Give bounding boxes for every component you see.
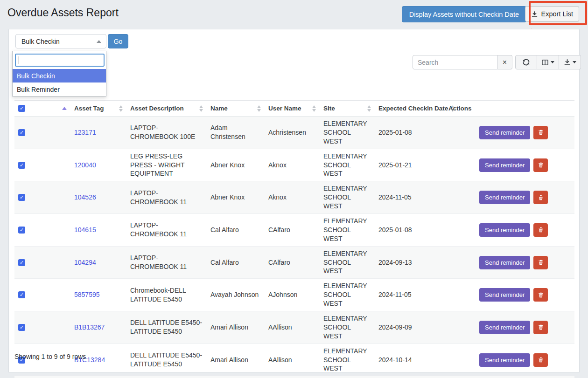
- row-checkbox[interactable]: ✓: [18, 324, 25, 331]
- blank-cell: [28, 149, 70, 181]
- delete-button[interactable]: [533, 158, 548, 172]
- asset-tag-link[interactable]: 104615: [74, 226, 96, 234]
- expected-checkin-date-cell: 2025-01-23: [375, 376, 445, 378]
- send-reminder-button[interactable]: Send reminder: [479, 353, 530, 367]
- sort-ascending-icon: [62, 107, 67, 110]
- row-checkbox[interactable]: ✓: [18, 291, 25, 298]
- chevron-down-icon: [573, 61, 576, 63]
- user-name-cell: CAlfaro: [265, 214, 320, 247]
- expected-checkin-date-cell: 2024-11-05: [375, 181, 445, 214]
- asset-tag-link[interactable]: 5857595: [74, 291, 100, 298]
- table-row: ✓ 104615 LAPTOP-CHROMEBOOK 11 Cal Alfaro…: [14, 214, 574, 247]
- table-header-row: ✓ Asset Tag Asset Description Name: [14, 101, 574, 117]
- site-cell: ELEMENTARY SCHOOL WEST: [320, 149, 375, 181]
- export-list-button[interactable]: Export List: [525, 6, 580, 22]
- name-cell: Amari Allison: [207, 344, 265, 376]
- expected-checkin-date-cell: 2024-09-09: [375, 311, 445, 344]
- asset-description-cell: LAPTOP-CHROMEBOOK 11: [126, 214, 207, 247]
- sort-icon: [257, 105, 261, 112]
- chevron-up-icon: [97, 40, 101, 43]
- blank-cell: [28, 246, 70, 279]
- trash-icon: [538, 227, 544, 233]
- asset-tag-link[interactable]: 104526: [74, 193, 96, 201]
- bulk-action-select[interactable]: Bulk Checkin: [15, 34, 106, 48]
- send-reminder-button[interactable]: Send reminder: [479, 191, 530, 204]
- expected-checkin-date-cell: 2025-01-21: [375, 149, 445, 181]
- send-reminder-button[interactable]: Send reminder: [479, 256, 530, 269]
- name-cell: Amari Allison: [207, 311, 265, 344]
- expected-checkin-date-cell: 2024-09-13: [375, 246, 445, 279]
- expected-checkin-date-cell: 2024-10-14: [375, 344, 445, 376]
- expected-checkin-date-cell: 2025-01-08: [375, 214, 445, 247]
- user-name-cell: AAllison: [265, 311, 320, 344]
- send-reminder-button[interactable]: Send reminder: [479, 321, 530, 334]
- actions-cell: Send reminder: [448, 353, 571, 367]
- site-cell: ELEMENTARY SCHOOL WEST: [320, 246, 375, 279]
- header-site[interactable]: Site: [320, 101, 375, 117]
- header-asset-tag[interactable]: Asset Tag: [70, 101, 126, 117]
- export-table-button[interactable]: [559, 55, 581, 69]
- columns-toggle-button[interactable]: [537, 55, 559, 69]
- select-all-checkbox[interactable]: ✓: [18, 105, 25, 112]
- sort-icon: [119, 105, 123, 112]
- trash-icon: [538, 357, 544, 363]
- asset-tag-link[interactable]: 123171: [74, 129, 96, 136]
- sort-icon: [312, 105, 316, 112]
- actions-cell: Send reminder: [448, 158, 571, 172]
- delete-button[interactable]: [533, 288, 548, 302]
- dropdown-option-bulk-checkin[interactable]: Bulk Checkin: [13, 69, 106, 82]
- row-checkbox[interactable]: ✓: [18, 259, 25, 266]
- row-checkbox[interactable]: ✓: [18, 227, 25, 234]
- site-cell: HIGH SCHOOL WEST: [320, 376, 375, 378]
- actions-cell: Send reminder: [448, 321, 571, 334]
- bulk-action-dropdown-panel: Bulk Checkin Bulk Reminder: [12, 51, 106, 96]
- asset-description-cell: DELL LATITUDE E5450-LATITUDE E5450: [126, 311, 207, 344]
- trash-icon: [538, 292, 544, 298]
- name-cell: Abner Knox: [207, 181, 265, 214]
- user-name-cell: CAlfaro: [265, 246, 320, 279]
- display-assets-without-checkin-button[interactable]: Display Assets without Checkin Date: [402, 6, 526, 22]
- asset-tag-link[interactable]: 104294: [74, 259, 96, 266]
- table-summary: Showing 1 to 9 of 9 rows: [14, 353, 86, 360]
- site-cell: ELEMENTARY SCHOOL WEST: [320, 344, 375, 376]
- asset-tag-link[interactable]: 120040: [74, 161, 96, 169]
- header-name[interactable]: Name: [207, 101, 265, 117]
- blank-cell: [28, 214, 70, 247]
- name-cell: Cal Alfaro: [207, 214, 265, 247]
- actions-cell: Send reminder: [448, 126, 571, 139]
- site-cell: ELEMENTARY SCHOOL WEST: [320, 214, 375, 247]
- row-checkbox[interactable]: ✓: [18, 129, 25, 136]
- text-cursor: [19, 56, 19, 64]
- header-user-name[interactable]: User Name: [265, 101, 320, 117]
- dropdown-option-bulk-reminder[interactable]: Bulk Reminder: [13, 82, 106, 96]
- site-cell: ELEMENTARY SCHOOL WEST: [320, 181, 375, 214]
- header-asset-description[interactable]: Asset Description: [126, 101, 207, 117]
- delete-button[interactable]: [533, 126, 548, 139]
- send-reminder-button[interactable]: Send reminder: [479, 288, 530, 302]
- send-reminder-button[interactable]: Send reminder: [479, 223, 530, 237]
- table-body: ✓ 123171 LAPTOP-CHROMEBOOK 100E Adam Chr…: [14, 117, 574, 378]
- header-sorted-column[interactable]: [28, 101, 70, 117]
- row-checkbox[interactable]: ✓: [18, 194, 25, 201]
- delete-button[interactable]: [533, 191, 548, 204]
- dropdown-search-input[interactable]: [15, 54, 105, 67]
- refresh-button[interactable]: [515, 55, 537, 69]
- table-row: ✓ B1C13284 DELL LATITUDE E5450-LATITUDE …: [14, 344, 574, 376]
- trash-icon: [538, 162, 544, 168]
- delete-button[interactable]: [533, 321, 548, 334]
- header-expected-checkin-date[interactable]: Expected Checkin Date: [375, 101, 445, 117]
- blank-cell: [28, 117, 70, 149]
- user-name-cell: Aknox: [265, 149, 320, 181]
- delete-button[interactable]: [533, 256, 548, 269]
- send-reminder-button[interactable]: Send reminder: [479, 126, 530, 139]
- actions-cell: Send reminder: [448, 288, 571, 302]
- row-checkbox[interactable]: ✓: [18, 162, 25, 169]
- search-input[interactable]: [413, 55, 497, 69]
- delete-button[interactable]: [533, 223, 548, 237]
- asset-tag-link[interactable]: B1B13267: [74, 323, 105, 331]
- clear-search-button[interactable]: ×: [497, 55, 512, 69]
- actions-cell: Send reminder: [448, 223, 571, 237]
- delete-button[interactable]: [533, 353, 548, 367]
- go-button[interactable]: Go: [108, 34, 128, 48]
- send-reminder-button[interactable]: Send reminder: [479, 158, 530, 172]
